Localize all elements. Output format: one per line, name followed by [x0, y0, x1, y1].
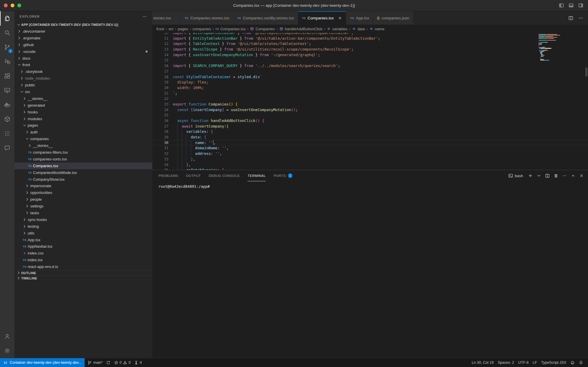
- activity-item-docker[interactable]: [0, 98, 14, 112]
- tree-item-sync-hooks[interactable]: sync-hooks: [14, 216, 152, 223]
- breadcrumb-item-companies[interactable]: companies: [193, 27, 211, 31]
- tree-item-.ergomake[interactable]: .ergomake: [14, 35, 152, 41]
- activity-item-kubernetes[interactable]: [0, 126, 14, 141]
- status-language-mode[interactable]: TypeScript JSX: [539, 358, 568, 367]
- tree-item-testing[interactable]: testing: [14, 223, 152, 230]
- layout-panel-button[interactable]: [569, 3, 574, 8]
- activity-item-accounts[interactable]: [0, 329, 14, 343]
- editor-more-actions-button[interactable]: [578, 16, 583, 21]
- tree-item-pages[interactable]: pages: [14, 122, 152, 129]
- tree-item-generated[interactable]: generated: [14, 102, 152, 109]
- tab-Companies.sortBy.stories.tsx[interactable]: TSCompanies.sortBy.stories.tsx: [233, 11, 298, 25]
- activity-item-settings[interactable]: [0, 343, 14, 358]
- breadcrumb-item-src[interactable]: src: [168, 27, 173, 31]
- tree-item-settings[interactable]: settings: [14, 203, 152, 210]
- tree-item-hooks[interactable]: hooks: [14, 109, 152, 115]
- breadcrumb-item-front[interactable]: front: [156, 27, 164, 31]
- status-problems[interactable]: 00: [112, 358, 132, 367]
- activity-item-extensions[interactable]: [0, 69, 14, 83]
- tree-item-.storybook[interactable]: .storybook: [14, 68, 152, 75]
- tree-item-.vscode[interactable]: .vscode: [14, 48, 152, 55]
- breadcrumb-item-variables[interactable]: variables: [327, 27, 348, 31]
- panel-tab-ports[interactable]: PORTS1: [274, 170, 293, 181]
- activity-item-source-control[interactable]: 1: [0, 40, 14, 54]
- tree-item-react-app-env.d.ts[interactable]: TSreact-app-env.d.ts: [14, 263, 152, 270]
- tree-item-opportunities[interactable]: opportunities: [14, 189, 152, 196]
- tree-item-Companies.tsx[interactable]: TSCompanies.tsx: [14, 162, 152, 169]
- tab-App.tsx[interactable]: TSApp.tsx: [346, 11, 373, 25]
- tree-item-companies-filters.tsx[interactable]: TScompanies-filters.tsx: [14, 149, 152, 156]
- tree-item-people[interactable]: people: [14, 196, 152, 203]
- status-feedback[interactable]: [568, 358, 577, 367]
- tree-item-.github[interactable]: .github: [14, 41, 152, 48]
- status-notifications[interactable]: [577, 358, 585, 367]
- breadcrumb-item-handleAddButtonClick[interactable]: handleAddButtonClick: [279, 27, 323, 31]
- tree-item-AppNavbar.tsx[interactable]: TSAppNavbar.tsx: [14, 243, 152, 250]
- close-panel-button[interactable]: [579, 173, 584, 178]
- panel-tab-terminal[interactable]: TERMINAL: [248, 170, 265, 181]
- close-window-button[interactable]: [4, 4, 8, 7]
- layout-sidebar-right-button[interactable]: [578, 3, 583, 8]
- tree-item-node_modules[interactable]: node_modules: [14, 75, 152, 82]
- panel-tab-problems[interactable]: PROBLEMS: [158, 170, 178, 181]
- close-tab-icon[interactable]: [338, 16, 342, 20]
- tree-item-index.tsx[interactable]: TSindex.tsx: [14, 257, 152, 263]
- status-encoding[interactable]: UTF-8: [516, 358, 531, 367]
- tree-item-CompanyShow.tsx[interactable]: TSCompanyShow.tsx: [14, 176, 152, 183]
- timeline-section-header[interactable]: TIMELINE: [14, 275, 152, 281]
- panel-tab-output[interactable]: OUTPUT: [186, 170, 201, 181]
- tree-item-impersonate[interactable]: impersonate: [14, 182, 152, 189]
- status-eol[interactable]: LF: [531, 358, 539, 367]
- breadcrumb-item-Companies[interactable]: Companies: [250, 27, 275, 31]
- tree-item-src[interactable]: src: [14, 88, 152, 95]
- status-cursor-position[interactable]: Ln 30, Col 19: [470, 358, 496, 367]
- breadcrumb-item-Companies.tsx[interactable]: TSCompanies.tsx: [215, 27, 245, 31]
- kill-terminal-button[interactable]: [554, 173, 558, 178]
- tree-item-__stories__[interactable]: __stories__: [14, 95, 152, 102]
- layout-sidebar-left-button[interactable]: [559, 3, 564, 8]
- tree-item-.devcontainer[interactable]: .devcontainer: [14, 28, 152, 35]
- activity-item-dev-containers[interactable]: [0, 112, 14, 126]
- activity-item-run-and-debug[interactable]: [0, 54, 14, 69]
- split-terminal-button[interactable]: [545, 173, 550, 178]
- tree-item-companies[interactable]: companies: [14, 135, 152, 142]
- remote-indicator[interactable]: Container dev-twenty-dev (dev-twenty-dev…: [0, 358, 85, 367]
- code-scroll-area[interactable]: 10import { WithTopBarContainer } from '@…: [152, 33, 588, 170]
- tab-stories.tsx[interactable]: stories.tsx: [152, 11, 181, 25]
- minimize-window-button[interactable]: [11, 4, 14, 7]
- status-forwarded-ports[interactable]: 4: [132, 358, 143, 367]
- editor-scrollbar[interactable]: [585, 68, 587, 76]
- tab-companies.json[interactable]: {}companies.json: [373, 11, 413, 25]
- explorer-more-actions-icon[interactable]: [142, 14, 147, 19]
- tree-item-modules[interactable]: modules: [14, 115, 152, 122]
- tree-item-index.css[interactable]: #index.css: [14, 250, 152, 257]
- status-indentation[interactable]: Spaces: 2: [496, 358, 516, 367]
- panel-more-actions-button[interactable]: [562, 173, 567, 178]
- breadcrumb-item-pages[interactable]: pages: [178, 27, 188, 31]
- tab-Companies.stories.tsx[interactable]: TSCompanies.stories.tsx: [181, 11, 233, 25]
- tree-item-App.tsx[interactable]: TSApp.tsx: [14, 237, 152, 243]
- split-editor-button[interactable]: [568, 16, 573, 21]
- activity-item-explorer[interactable]: [0, 11, 14, 26]
- breadcrumb-item-name[interactable]: name: [369, 27, 385, 31]
- outline-section-header[interactable]: OUTLINE: [14, 270, 152, 275]
- status-sync[interactable]: [104, 358, 112, 367]
- activity-item-search[interactable]: [0, 26, 14, 40]
- titlebar[interactable]: Companies.tsx — app [Container dev-twent…: [0, 0, 588, 11]
- terminal-output[interactable]: root@0a42ecd84891:/app#: [152, 181, 588, 358]
- tree-item-__stories__[interactable]: __stories__: [14, 142, 152, 149]
- new-terminal-button[interactable]: [528, 173, 533, 178]
- tree-item-tasks[interactable]: tasks: [14, 210, 152, 216]
- minimap[interactable]: [539, 33, 584, 61]
- activity-item-remote-explorer[interactable]: [0, 83, 14, 98]
- panel-tab-debug-console[interactable]: DEBUG CONSOLE: [209, 170, 240, 181]
- tree-item-public[interactable]: public: [14, 82, 152, 88]
- tree-item-front[interactable]: front: [14, 61, 152, 68]
- tree-item-CompaniesMockMode.tsx[interactable]: TSCompaniesMockMode.tsx: [14, 169, 152, 176]
- breadcrumb-item-data[interactable]: data: [352, 27, 365, 31]
- maximize-panel-button[interactable]: [571, 173, 575, 178]
- activity-item-comments[interactable]: [0, 141, 14, 155]
- status-git-branch[interactable]: main*: [86, 358, 104, 367]
- terminal-shell-selector[interactable]: bash: [508, 173, 523, 178]
- tree-item-docs[interactable]: docs: [14, 55, 152, 62]
